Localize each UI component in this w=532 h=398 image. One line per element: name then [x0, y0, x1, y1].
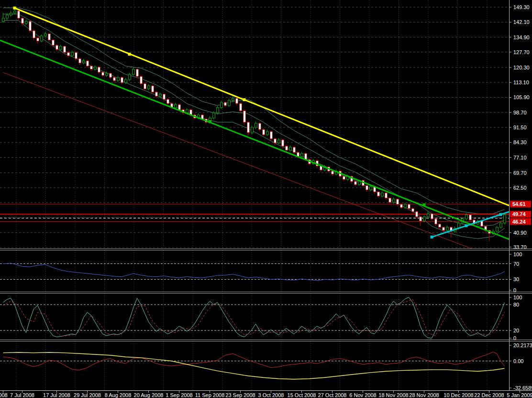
indicator-axis-label: -32.6589 — [513, 385, 532, 391]
price-tag-label: 46.24 — [512, 219, 526, 225]
bear-candle-body — [110, 73, 112, 78]
trendline-handle-yellow-downtrend[interactable] — [243, 98, 246, 101]
price-axis-label: 84.30 — [513, 139, 527, 145]
bear-candle-body — [163, 94, 166, 100]
indicator-axis-label: 0 — [513, 287, 516, 293]
bull-candle-body — [232, 98, 234, 100]
trading-chart-window: 149.30142.10134.90127.70120.30113.10105.… — [0, 0, 532, 398]
trendline-red-channel[interactable] — [3, 72, 510, 262]
bear-candle-body — [22, 18, 24, 23]
bear-candle-body — [244, 111, 246, 122]
trendline-handle-green-downtrend[interactable] — [423, 204, 426, 206]
indicator-axis-label: 0 — [513, 335, 516, 341]
bear-candle-body — [263, 129, 265, 135]
price-axis-label: 91.50 — [513, 125, 527, 130]
date-axis-label: 7 Jul 2008 — [10, 392, 34, 398]
bull-candle-body — [289, 147, 292, 150]
bull-candle-body — [266, 132, 269, 135]
bull-candle-body — [71, 53, 74, 56]
bear-candle-body — [443, 227, 445, 230]
date-axis-label: 3 Oct 2008 — [258, 392, 284, 398]
price-axis-label: 149.30 — [513, 4, 530, 10]
bull-candle-body — [301, 153, 303, 157]
bull-candle-body — [213, 113, 215, 118]
trendline-handle-yellow-downtrend[interactable] — [13, 7, 16, 10]
panel-separators — [0, 249, 532, 391]
trendline-handle-yellow-downtrend[interactable] — [128, 53, 131, 56]
date-axis-label: 27 Oct 2008 — [318, 392, 347, 398]
date-axis-label: 8 Aug 2008 — [105, 392, 132, 398]
bollinger-middle-band — [3, 14, 505, 226]
indicator-line-slow — [3, 353, 505, 379]
bear-candle-body — [152, 86, 154, 92]
bear-candle-body — [75, 53, 78, 59]
bear-candle-body — [431, 214, 433, 219]
bull-candle-body — [393, 199, 395, 203]
bull-candle-body — [60, 46, 62, 50]
trendline-handle-cyan-uptrend[interactable] — [431, 236, 433, 239]
price-axis-label: 105.90 — [513, 94, 530, 100]
bear-candle-body — [56, 45, 58, 49]
date-axis-label: 6 Nov 2008 — [349, 392, 376, 398]
bull-candle-body — [129, 74, 131, 80]
bull-candle-body — [381, 193, 384, 196]
price-tag-label: 49.74 — [512, 211, 526, 217]
bear-candle-body — [439, 224, 441, 227]
bull-candle-body — [6, 15, 9, 19]
bear-candle-body — [420, 217, 422, 221]
main-price-panel — [0, 7, 509, 263]
price-axis-label: 134.90 — [513, 34, 530, 40]
date-axis-label: 10 Dec 2008 — [443, 392, 473, 398]
bear-candle-body — [121, 78, 123, 83]
bull-candle-body — [117, 78, 120, 81]
bull-candle-body — [125, 80, 127, 83]
date-axis-label: 15 Oct 2008 — [288, 392, 316, 398]
bull-candle-body — [94, 67, 97, 69]
bear-candle-body — [52, 40, 55, 45]
bear-candle-body — [87, 61, 89, 66]
date-axis-label: 23 Sep 2008 — [225, 392, 255, 398]
bear-candle-body — [240, 103, 242, 111]
indicator-axis-label: 70 — [513, 261, 519, 267]
date-axis-label: 18 Nov 2008 — [378, 392, 408, 398]
bollinger-upper-band — [3, 8, 505, 214]
bull-candle-body — [10, 13, 12, 15]
price-axis-label: 98.70 — [513, 110, 527, 115]
bear-candle-body — [48, 34, 51, 40]
price-axis-label: 69.70 — [513, 170, 527, 176]
bear-candle-body — [79, 59, 81, 63]
bear-candle-body — [469, 215, 472, 220]
bear-candle-body — [178, 104, 181, 110]
bear-candle-body — [397, 199, 399, 205]
bear-candle-body — [102, 72, 104, 76]
date-axis-label: 17 Jul 2008 — [43, 392, 70, 398]
bear-candle-body — [236, 98, 238, 103]
indicator-panel-rsi — [0, 263, 509, 281]
bear-candle-body — [113, 78, 116, 81]
price-axis-label: 40.90 — [513, 230, 527, 236]
bull-candle-body — [221, 102, 223, 108]
date-axis-label: 22 Dec 2008 — [474, 392, 504, 398]
bear-candle-body — [355, 182, 357, 185]
trendline-handle-green-downtrend[interactable] — [209, 120, 211, 123]
bull-candle-body — [255, 123, 257, 127]
bear-candle-body — [286, 146, 288, 150]
date-axis: 0087 Jul 200817 Jul 200829 Jul 20088 Aug… — [0, 391, 532, 398]
bear-candle-body — [247, 122, 250, 133]
trendline-handle-cyan-uptrend[interactable] — [499, 213, 502, 216]
bear-candle-body — [140, 77, 143, 84]
bull-candle-body — [504, 215, 506, 223]
price-tag-label: 54.61 — [512, 201, 526, 207]
bull-candle-body — [496, 227, 499, 231]
bear-candle-body — [167, 99, 169, 103]
date-axis-label: 1 Sep 2008 — [166, 392, 192, 398]
bear-candle-body — [366, 186, 368, 190]
trendline-handle-cyan-uptrend[interactable] — [465, 224, 468, 227]
trendline-green-downtrend[interactable] — [0, 40, 509, 239]
date-axis-label: 008 — [0, 392, 8, 398]
indicator-line-rsi — [3, 263, 505, 281]
bull-candle-body — [83, 61, 85, 63]
trendline-yellow-downtrend[interactable] — [15, 8, 510, 205]
price-axis-label: 62.50 — [513, 185, 527, 191]
bear-candle-body — [385, 193, 388, 198]
